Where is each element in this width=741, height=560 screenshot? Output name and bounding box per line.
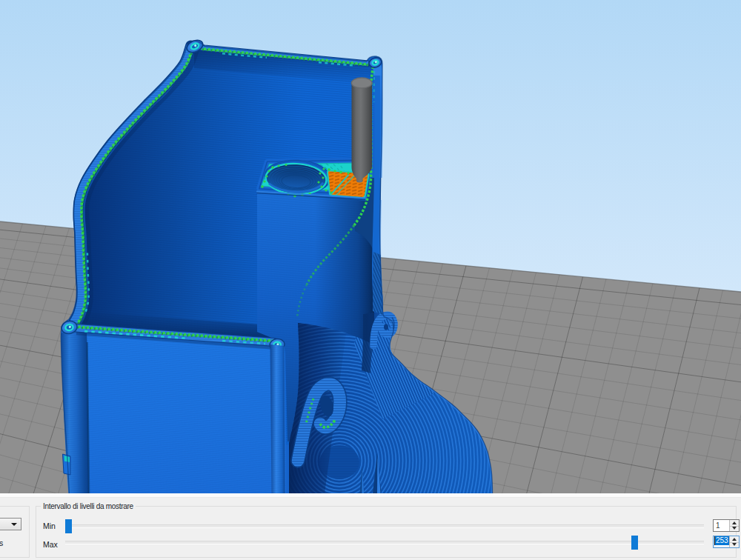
display-mode-combobox[interactable] (0, 518, 21, 530)
min-spin-down-button[interactable] (730, 526, 739, 532)
layer-range-panel: s Intervallo di livelli da mostrare Min … (0, 498, 741, 560)
down-arrow-icon (732, 527, 737, 530)
max-spin-down-button[interactable] (730, 542, 739, 548)
max-spin-value[interactable]: 253 (714, 536, 729, 545)
layer-range-groupbox (36, 506, 737, 558)
left-partial-label: s (0, 539, 3, 547)
slicer-app-window: { "app": { "description": "3D print slic… (0, 0, 741, 560)
max-layer-slider-track[interactable] (65, 541, 704, 544)
pause-pin-cylinder (351, 78, 372, 183)
front-wall (61, 324, 286, 493)
max-label: Max (43, 540, 58, 549)
up-arrow-icon (732, 521, 737, 524)
min-label: Min (43, 521, 56, 530)
layer-range-title: Intervallo di livelli da mostrare (41, 501, 136, 511)
up-arrow-icon (732, 538, 737, 541)
max-slider-thumb[interactable] (631, 536, 638, 550)
min-spin-value[interactable]: 1 (716, 521, 720, 530)
max-layer-spinbox[interactable]: 253 (713, 536, 740, 548)
min-spin-buttons (729, 520, 739, 531)
min-layer-spinbox[interactable]: 1 (713, 519, 740, 532)
chevron-down-icon (11, 523, 17, 526)
min-layer-slider-track[interactable] (65, 524, 704, 528)
down-arrow-icon (732, 543, 737, 546)
max-spin-buttons (729, 536, 739, 547)
3d-preview-viewport[interactable] (0, 0, 741, 493)
left-groupbox (0, 506, 30, 558)
min-slider-thumb[interactable] (65, 519, 72, 533)
